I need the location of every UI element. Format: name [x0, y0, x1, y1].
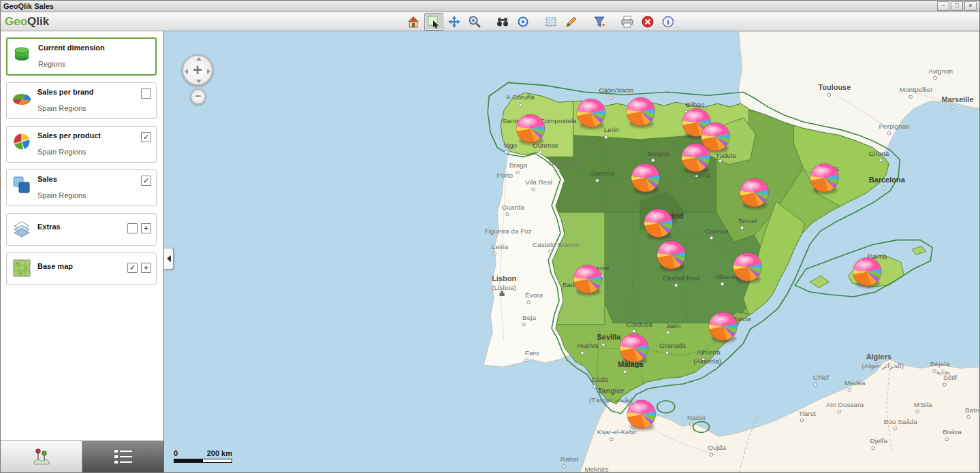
map-label: Ksar-el-Kebir — [597, 428, 637, 436]
toolbar-buttons: i — [404, 13, 679, 30]
zoom-in-button[interactable]: + — [182, 54, 213, 86]
city-dot — [945, 438, 949, 441]
layer-sales-per-product[interactable]: Sales per product Spain Regions — [6, 126, 157, 163]
map-label: Nador — [687, 414, 706, 421]
pie-marker[interactable] — [810, 163, 838, 194]
map-label: Batna — [965, 406, 979, 414]
layer-base-map[interactable]: Base map — [6, 252, 157, 285]
pan-icon — [447, 15, 461, 29]
map-label: Jaén — [666, 322, 681, 329]
city-dot — [894, 427, 897, 430]
sidebar-collapse-tab[interactable] — [164, 248, 174, 270]
pie-marker[interactable] — [682, 144, 710, 174]
style-button[interactable] — [562, 13, 581, 31]
city-dot — [721, 282, 724, 286]
pie-marker[interactable] — [644, 209, 673, 240]
map-label: Bragança — [549, 160, 578, 167]
expand-button[interactable] — [141, 223, 151, 233]
pie-marker[interactable] — [740, 178, 769, 209]
city-dot — [933, 370, 936, 373]
main-toolbar: GeoQlik i — [1, 12, 979, 31]
map-label: Lisbon — [492, 274, 516, 282]
map-label: Algiers — [866, 353, 891, 361]
city-dot — [532, 188, 535, 191]
info-button[interactable]: i — [659, 13, 678, 31]
zoom-tool-button[interactable] — [465, 13, 484, 31]
flat-pie-icon — [12, 88, 32, 108]
pie-marker[interactable] — [577, 99, 605, 129]
map-label: Aïn Oussara — [826, 401, 864, 408]
pie-marker[interactable] — [627, 400, 656, 431]
city-dot — [525, 359, 528, 362]
city-dot — [624, 370, 627, 374]
close-button[interactable]: × — [964, 1, 977, 11]
select-tool-button[interactable] — [424, 13, 443, 31]
expand-button[interactable] — [141, 263, 151, 273]
city-dot — [951, 105, 954, 109]
map-label: Toulouse — [818, 83, 851, 91]
city-dot — [967, 415, 970, 419]
layer-checkbox[interactable] — [141, 132, 151, 142]
pie-marker[interactable] — [631, 163, 660, 194]
layer-checkbox[interactable] — [141, 88, 151, 99]
pan-tool-button[interactable] — [445, 13, 464, 31]
map-label: Perpignan — [879, 123, 909, 130]
pie-marker[interactable] — [853, 257, 881, 288]
stop-button[interactable] — [638, 13, 657, 31]
layer-sales[interactable]: Sales Spain Regions — [6, 169, 157, 206]
pie-marker[interactable] — [733, 252, 762, 283]
pie-marker[interactable] — [627, 97, 655, 128]
pie-marker[interactable] — [573, 265, 602, 295]
map-label: Chlef — [813, 374, 829, 381]
layers-sidebar: Current dimension Regions Sales per bran… — [1, 31, 164, 472]
panel-title: Extras — [37, 223, 61, 231]
pan-right-arrow-icon[interactable] — [207, 69, 210, 74]
pan-up-arrow-icon[interactable] — [196, 57, 202, 61]
window-title: GeoQlik Sales — [3, 2, 54, 10]
pie-chart-icon — [12, 131, 32, 152]
minimize-button[interactable]: – — [937, 1, 949, 11]
city-dot — [610, 438, 614, 441]
layer-sales-per-brand[interactable]: Sales per brand Spain Regions — [6, 82, 157, 119]
map-label: Figueira da Foz — [485, 227, 532, 235]
pan-left-arrow-icon[interactable] — [185, 69, 188, 74]
pie-marker[interactable] — [620, 334, 648, 365]
map-label: Tangier — [597, 387, 625, 395]
map-canvas[interactable]: Gijón/XixónA CoruñaSantiago de Compostel… — [164, 31, 979, 472]
city-dot — [674, 284, 678, 287]
current-dimension-panel[interactable]: Current dimension Regions — [6, 37, 157, 76]
binoculars-button[interactable] — [493, 13, 512, 31]
layer-checkbox[interactable] — [127, 263, 138, 273]
app-window: GeoQlik Sales – □ × GeoQlik i — [0, 0, 980, 473]
filter-button[interactable] — [590, 13, 609, 31]
map-label: Castelo Branco — [533, 241, 580, 248]
pie-marker[interactable] — [657, 241, 686, 272]
legend-view-button[interactable] — [82, 441, 163, 472]
printer-icon — [620, 15, 634, 29]
panel-title: Current dimension — [38, 44, 105, 52]
city-dot — [814, 383, 817, 387]
layer-extras[interactable]: Extras — [6, 213, 157, 246]
target-icon — [516, 15, 530, 29]
rectangle-select-button[interactable] — [541, 13, 560, 31]
map-view-button[interactable] — [1, 441, 82, 472]
map-label: Bou Saâda — [884, 418, 918, 425]
window-titlebar: GeoQlik Sales – □ × — [1, 1, 979, 12]
locate-button[interactable] — [513, 13, 533, 31]
layers-icon — [12, 218, 32, 239]
zoom-out-button[interactable]: − — [190, 88, 206, 105]
base-map-icon — [12, 258, 32, 278]
pie-marker[interactable] — [516, 114, 545, 145]
city-dot — [838, 410, 841, 413]
city-dot — [652, 159, 655, 162]
panel-subtitle: Spain Regions — [37, 191, 86, 199]
maximize-button[interactable]: □ — [951, 1, 963, 11]
map-scale: 0 200 km — [174, 449, 249, 463]
layer-checkbox[interactable] — [141, 176, 151, 186]
pie-marker[interactable] — [709, 312, 738, 343]
home-button[interactable] — [404, 13, 423, 31]
panel-title: Sales per brand — [37, 88, 94, 96]
layer-checkbox[interactable] — [127, 223, 138, 233]
pan-down-arrow-icon[interactable] — [196, 80, 202, 83]
print-button[interactable] — [618, 13, 637, 31]
